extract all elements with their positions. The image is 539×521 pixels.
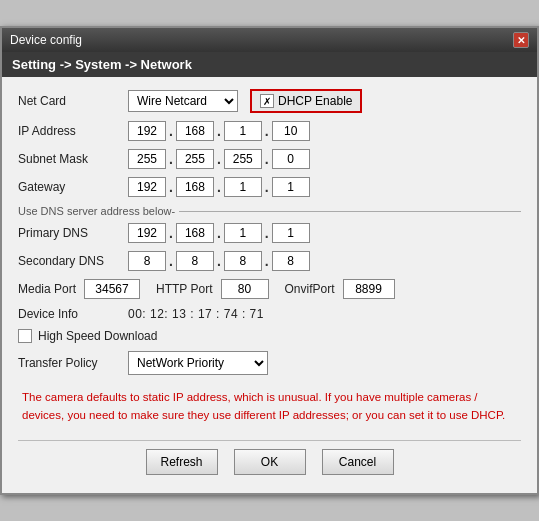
subnet-o3[interactable] <box>224 149 262 169</box>
gw-o4[interactable] <box>272 177 310 197</box>
high-speed-checkbox[interactable] <box>18 329 32 343</box>
dhcp-enable-button[interactable]: ✗ DHCP Enable <box>250 89 362 113</box>
media-port-input[interactable] <box>84 279 140 299</box>
content-area: Net Card Wire Netcard ✗ DHCP Enable IP A… <box>2 77 537 493</box>
device-info-value: 00: 12: 13 : 17 : 74 : 71 <box>128 307 264 321</box>
gw-o2[interactable] <box>176 177 214 197</box>
sdns-o2[interactable] <box>176 251 214 271</box>
netcard-row: Net Card Wire Netcard ✗ DHCP Enable <box>18 89 521 113</box>
transfer-policy-row: Transfer Policy NetWork Priority <box>18 351 521 375</box>
sdns-o1[interactable] <box>128 251 166 271</box>
sdns-dot-3: . <box>264 253 270 269</box>
pdns-dot-1: . <box>168 225 174 241</box>
gw-o1[interactable] <box>128 177 166 197</box>
subnet-o2[interactable] <box>176 149 214 169</box>
subnet-o4[interactable] <box>272 149 310 169</box>
ip-dot-1: . <box>168 123 174 139</box>
http-port-label: HTTP Port <box>156 282 212 296</box>
sdns-dot-2: . <box>216 253 222 269</box>
primary-dns-label: Primary DNS <box>18 226 128 240</box>
ip-o4[interactable] <box>272 121 310 141</box>
device-info-row: Device Info 00: 12: 13 : 17 : 74 : 71 <box>18 307 521 321</box>
subnet-mask-label: Subnet Mask <box>18 152 128 166</box>
pdns-o1[interactable] <box>128 223 166 243</box>
transfer-policy-select[interactable]: NetWork Priority <box>128 351 268 375</box>
transfer-policy-label: Transfer Policy <box>18 356 128 370</box>
title-bar: Device config ✕ <box>2 28 537 52</box>
ok-button[interactable]: OK <box>234 449 306 475</box>
warning-message: The camera defaults to static IP address… <box>18 383 521 430</box>
subnet-dot-2: . <box>216 151 222 167</box>
gw-dot-2: . <box>216 179 222 195</box>
close-button[interactable]: ✕ <box>513 32 529 48</box>
port-row: Media Port HTTP Port OnvifPort <box>18 279 521 299</box>
cancel-button[interactable]: Cancel <box>322 449 394 475</box>
netcard-label: Net Card <box>18 94 128 108</box>
onvif-port-input[interactable] <box>343 279 395 299</box>
sdns-o3[interactable] <box>224 251 262 271</box>
subnet-dot-3: . <box>264 151 270 167</box>
primary-dns-group: . . . <box>128 223 310 243</box>
secondary-dns-label: Secondary DNS <box>18 254 128 268</box>
ip-dot-3: . <box>264 123 270 139</box>
ip-o3[interactable] <box>224 121 262 141</box>
ip-o1[interactable] <box>128 121 166 141</box>
pdns-dot-2: . <box>216 225 222 241</box>
gateway-label: Gateway <box>18 180 128 194</box>
secondary-dns-group: . . . <box>128 251 310 271</box>
pdns-o2[interactable] <box>176 223 214 243</box>
gateway-group: . . . <box>128 177 310 197</box>
pdns-dot-3: . <box>264 225 270 241</box>
gw-dot-3: . <box>264 179 270 195</box>
onvif-port-label: OnvifPort <box>285 282 335 296</box>
dhcp-checkbox[interactable]: ✗ <box>260 94 274 108</box>
ip-address-row: IP Address . . . <box>18 121 521 141</box>
window-title: Device config <box>10 33 82 47</box>
subnet-o1[interactable] <box>128 149 166 169</box>
subnet-dot-1: . <box>168 151 174 167</box>
primary-dns-row: Primary DNS . . . <box>18 223 521 243</box>
netcard-select[interactable]: Wire Netcard <box>128 90 238 112</box>
sdns-dot-1: . <box>168 253 174 269</box>
ip-o2[interactable] <box>176 121 214 141</box>
dhcp-label: DHCP Enable <box>278 94 352 108</box>
http-port-input[interactable] <box>221 279 269 299</box>
button-row: Refresh OK Cancel <box>18 440 521 481</box>
sdns-o4[interactable] <box>272 251 310 271</box>
pdns-o4[interactable] <box>272 223 310 243</box>
high-speed-label: High Speed Download <box>38 329 157 343</box>
ip-address-group: . . . <box>128 121 310 141</box>
dns-section-label: Use DNS server address below- <box>18 205 521 217</box>
ip-dot-2: . <box>216 123 222 139</box>
subnet-mask-group: . . . <box>128 149 310 169</box>
gw-o3[interactable] <box>224 177 262 197</box>
gw-dot-1: . <box>168 179 174 195</box>
device-info-label: Device Info <box>18 307 128 321</box>
secondary-dns-row: Secondary DNS . . . <box>18 251 521 271</box>
ip-address-label: IP Address <box>18 124 128 138</box>
gateway-row: Gateway . . . <box>18 177 521 197</box>
breadcrumb: Setting -> System -> Network <box>2 52 537 77</box>
media-port-label: Media Port <box>18 282 76 296</box>
subnet-mask-row: Subnet Mask . . . <box>18 149 521 169</box>
high-speed-row: High Speed Download <box>18 329 521 343</box>
pdns-o3[interactable] <box>224 223 262 243</box>
main-window: Device config ✕ Setting -> System -> Net… <box>0 26 539 495</box>
refresh-button[interactable]: Refresh <box>146 449 218 475</box>
